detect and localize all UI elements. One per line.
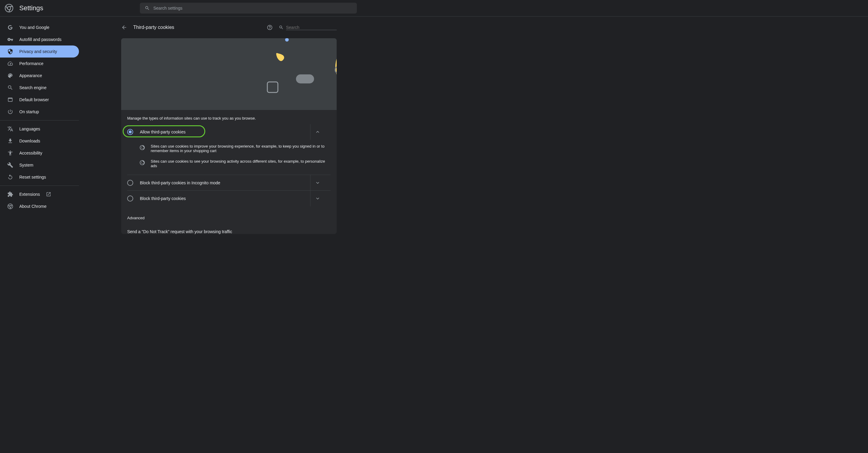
- detail-text: Sites can use cookies to improve your br…: [151, 144, 331, 153]
- detail-item: Sites can use cookies to see your browsi…: [127, 156, 331, 171]
- svg-point-4: [285, 38, 289, 41]
- radio-option-block-all[interactable]: Block third-party cookies: [127, 190, 331, 206]
- radio-button[interactable]: [127, 180, 133, 186]
- sidebar: You and Google Autofill and passwords Pr…: [0, 17, 79, 453]
- sidebar-item-label: About Chrome: [19, 204, 46, 209]
- radio-label: Block third-party cookies in Incognito m…: [140, 181, 310, 185]
- search-icon: [145, 5, 150, 11]
- radio-label: Block third-party cookies: [140, 196, 310, 201]
- sidebar-item-languages[interactable]: Languages: [0, 123, 79, 135]
- radio-option-allow[interactable]: Allow third-party cookies: [127, 124, 331, 140]
- search-settings-input[interactable]: [153, 6, 352, 10]
- cookie-illustration-icon: [121, 38, 337, 110]
- sidebar-item-default-browser[interactable]: Default browser: [0, 94, 79, 106]
- chrome-icon: [7, 203, 13, 209]
- download-icon: [7, 138, 13, 144]
- open-external-icon: [46, 192, 51, 197]
- sidebar-item-label: On startup: [19, 109, 39, 114]
- expand-button[interactable]: [310, 191, 324, 206]
- sidebar-item-downloads[interactable]: Downloads: [0, 135, 79, 147]
- sidebar-item-label: Languages: [19, 127, 40, 131]
- sidebar-divider: [0, 186, 79, 186]
- sidebar-item-performance[interactable]: Performance: [0, 58, 79, 70]
- palette-icon: [7, 73, 13, 78]
- sidebar-item-reset[interactable]: Reset settings: [0, 171, 79, 183]
- radio-button[interactable]: [127, 195, 133, 201]
- content-area: Third-party cookies: [79, 17, 868, 453]
- sidebar-item-label: Reset settings: [19, 175, 46, 180]
- extension-icon: [7, 191, 13, 197]
- main-area: You and Google Autofill and passwords Pr…: [0, 17, 868, 453]
- sidebar-item-you-google[interactable]: You and Google: [0, 21, 79, 33]
- advanced-section-label: Advanced: [121, 206, 337, 224]
- reset-icon: [7, 174, 13, 180]
- manage-description: Manage the types of information sites ca…: [121, 110, 337, 122]
- speedometer-icon: [7, 61, 13, 67]
- svg-rect-6: [296, 74, 314, 84]
- chevron-down-icon: [315, 195, 321, 201]
- radio-option-block-incognito[interactable]: Block third-party cookies in Incognito m…: [127, 175, 331, 190]
- sidebar-item-label: Downloads: [19, 138, 40, 143]
- dnt-title: Send a "Do Not Track" request with your …: [127, 229, 232, 234]
- sidebar-item-label: Appearance: [19, 73, 42, 78]
- help-icon[interactable]: [267, 24, 273, 30]
- sidebar-item-label: Performance: [19, 61, 43, 66]
- detail-item: Sites can use cookies to improve your br…: [127, 141, 331, 156]
- key-icon: [7, 36, 13, 42]
- sidebar-item-accessibility[interactable]: Accessibility: [0, 147, 79, 159]
- app-root: Settings You and Google Autofill and pas…: [0, 0, 868, 453]
- google-icon: [7, 24, 13, 30]
- sidebar-item-label: Extensions: [19, 192, 40, 197]
- back-arrow-icon[interactable]: [121, 24, 127, 30]
- chevron-down-icon: [315, 180, 321, 186]
- option-details: Sites can use cookies to improve your br…: [121, 140, 337, 175]
- radio-label: Allow third-party cookies: [140, 130, 310, 134]
- cookie-icon: [139, 144, 145, 151]
- search-settings-bar[interactable]: [140, 3, 357, 13]
- sidebar-item-label: Autofill and passwords: [19, 37, 61, 42]
- browser-icon: [7, 97, 13, 103]
- chrome-logo-icon: [5, 4, 13, 12]
- dnt-row[interactable]: Send a "Do Not Track" request with your …: [127, 224, 331, 234]
- sidebar-divider: [0, 120, 79, 121]
- settings-panel: Third-party cookies: [121, 17, 337, 453]
- chevron-up-icon: [315, 129, 321, 135]
- radio-button[interactable]: [127, 129, 133, 135]
- sidebar-item-label: You and Google: [19, 25, 50, 30]
- search-icon: [279, 25, 284, 30]
- collapse-button[interactable]: [310, 124, 324, 140]
- search-icon: [7, 85, 13, 91]
- sidebar-item-label: Search engine: [19, 85, 46, 90]
- sidebar-item-label: Accessibility: [19, 151, 42, 155]
- sidebar-item-privacy[interactable]: Privacy and security: [0, 45, 79, 58]
- sidebar-item-on-startup[interactable]: On startup: [0, 106, 79, 118]
- panel-header: Third-party cookies: [121, 17, 337, 38]
- panel-search-input[interactable]: [286, 25, 337, 30]
- sidebar-item-label: Privacy and security: [19, 49, 57, 54]
- translate-icon: [7, 126, 13, 132]
- cookies-card: Manage the types of information sites ca…: [121, 38, 337, 234]
- panel-search[interactable]: [279, 25, 337, 30]
- sidebar-item-label: System: [19, 163, 33, 167]
- sidebar-item-label: Default browser: [19, 97, 49, 102]
- top-bar: Settings: [0, 0, 868, 17]
- shield-icon: [7, 48, 13, 55]
- sidebar-item-system[interactable]: System: [0, 159, 79, 171]
- hero-illustration: [121, 38, 337, 110]
- sidebar-item-search-engine[interactable]: Search engine: [0, 82, 79, 94]
- svg-rect-5: [267, 82, 278, 93]
- accessibility-icon: [7, 150, 13, 156]
- detail-text: Sites can use cookies to see your browsi…: [151, 159, 331, 168]
- power-icon: [7, 109, 13, 115]
- cookie-icon: [139, 160, 145, 166]
- expand-button[interactable]: [310, 175, 324, 191]
- sidebar-item-about[interactable]: About Chrome: [0, 200, 79, 212]
- panel-title: Third-party cookies: [133, 25, 261, 30]
- sidebar-item-appearance[interactable]: Appearance: [0, 70, 79, 82]
- app-title: Settings: [19, 4, 43, 12]
- sidebar-item-autofill[interactable]: Autofill and passwords: [0, 33, 79, 45]
- wrench-icon: [7, 162, 13, 168]
- sidebar-item-extensions[interactable]: Extensions: [0, 188, 79, 200]
